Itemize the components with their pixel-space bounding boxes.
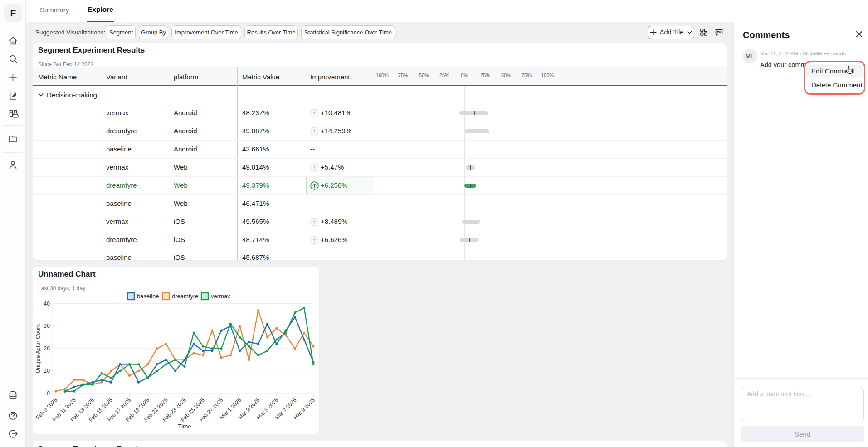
svg-text:dreamfyre: dreamfyre bbox=[172, 293, 199, 300]
svg-text:Unique Actor Count: Unique Actor Count bbox=[35, 324, 41, 373]
svg-text:20: 20 bbox=[44, 345, 50, 352]
svg-text:10: 10 bbox=[44, 368, 50, 374]
svg-text:30: 30 bbox=[44, 323, 50, 329]
svg-text:0: 0 bbox=[47, 390, 50, 397]
svg-text:vermax: vermax bbox=[211, 293, 230, 300]
svg-text:baseline: baseline bbox=[137, 293, 159, 300]
svg-text:Time: Time bbox=[178, 423, 191, 430]
svg-text:40: 40 bbox=[44, 301, 50, 307]
